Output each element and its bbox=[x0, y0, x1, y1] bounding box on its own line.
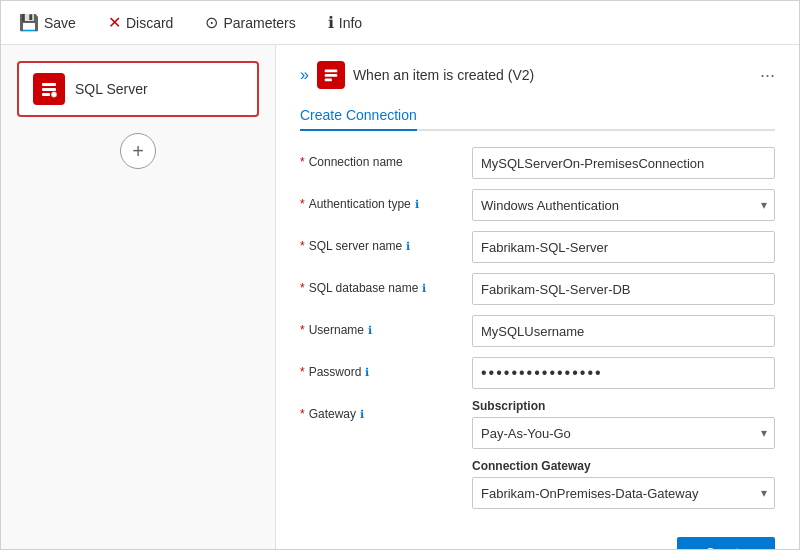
sql-server-card[interactable]: SQL Server bbox=[17, 61, 259, 117]
sql-db-name-label: * SQL database name ℹ bbox=[300, 273, 460, 295]
connection-gateway-select-wrapper: Fabrikam-OnPremises-Data-Gateway ▾ bbox=[472, 477, 775, 509]
sql-db-name-input[interactable] bbox=[472, 273, 775, 305]
auth-type-info-icon[interactable]: ℹ bbox=[415, 198, 419, 211]
save-button[interactable]: 💾 Save bbox=[13, 9, 82, 36]
required-star2: * bbox=[300, 197, 305, 211]
discard-icon: ✕ bbox=[108, 13, 121, 32]
auth-type-select[interactable]: Windows Authentication SQL Server Authen… bbox=[472, 189, 775, 221]
tab-bar: Create Connection bbox=[300, 101, 775, 131]
create-button[interactable]: Create bbox=[677, 537, 775, 549]
password-input[interactable] bbox=[472, 357, 775, 389]
parameters-button[interactable]: ⊙ Parameters bbox=[199, 9, 301, 36]
password-text: Password bbox=[309, 365, 362, 379]
required-star5: * bbox=[300, 323, 305, 337]
auth-type-label: * Authentication type ℹ bbox=[300, 189, 460, 211]
sql-server-name-row: * SQL server name ℹ bbox=[300, 231, 775, 263]
sql-server-name-input[interactable] bbox=[472, 231, 775, 263]
connection-gateway-select[interactable]: Fabrikam-OnPremises-Data-Gateway bbox=[472, 477, 775, 509]
password-row: * Password ℹ bbox=[300, 357, 775, 389]
subscription-section-label: Subscription bbox=[472, 399, 775, 413]
right-panel: » When an item is created (V2) ··· Creat… bbox=[276, 45, 799, 549]
forward-icon: » bbox=[300, 66, 309, 84]
required-star4: * bbox=[300, 281, 305, 295]
svg-rect-5 bbox=[325, 74, 338, 77]
password-info-icon[interactable]: ℹ bbox=[365, 366, 369, 379]
sql-db-name-text: SQL database name bbox=[309, 281, 419, 295]
create-connection-tab[interactable]: Create Connection bbox=[300, 101, 417, 131]
sql-db-name-row: * SQL database name ℹ bbox=[300, 273, 775, 305]
auth-type-row: * Authentication type ℹ Windows Authenti… bbox=[300, 189, 775, 221]
create-connection-form: * Connection name * Authentication type … bbox=[300, 147, 775, 549]
gateway-section: Subscription Pay-As-You-Go Enterprise ▾ … bbox=[472, 399, 775, 519]
gateway-info-icon[interactable]: ℹ bbox=[360, 408, 364, 421]
required-star7: * bbox=[300, 407, 305, 421]
username-row: * Username ℹ bbox=[300, 315, 775, 347]
svg-rect-4 bbox=[325, 70, 338, 73]
discard-button[interactable]: ✕ Discard bbox=[102, 9, 179, 36]
gateway-text: Gateway bbox=[309, 407, 356, 421]
main-content: SQL Server + » When an item is created (… bbox=[1, 45, 799, 549]
subscription-select-wrapper: Pay-As-You-Go Enterprise ▾ bbox=[472, 417, 775, 449]
required-star: * bbox=[300, 155, 305, 169]
sql-server-icon bbox=[33, 73, 65, 105]
info-icon: ℹ bbox=[328, 13, 334, 32]
save-label: Save bbox=[44, 15, 76, 31]
save-icon: 💾 bbox=[19, 13, 39, 32]
username-text: Username bbox=[309, 323, 364, 337]
left-panel: SQL Server + bbox=[1, 45, 276, 549]
add-icon: + bbox=[132, 140, 144, 163]
auth-type-text: Authentication type bbox=[309, 197, 411, 211]
username-input[interactable] bbox=[472, 315, 775, 347]
username-info-icon[interactable]: ℹ bbox=[368, 324, 372, 337]
connection-name-input[interactable] bbox=[472, 147, 775, 179]
add-button[interactable]: + bbox=[120, 133, 156, 169]
info-button[interactable]: ℹ Info bbox=[322, 9, 368, 36]
connection-name-row: * Connection name bbox=[300, 147, 775, 179]
trigger-sql-icon bbox=[317, 61, 345, 89]
subscription-section: Subscription Pay-As-You-Go Enterprise ▾ bbox=[472, 399, 775, 449]
auth-type-select-wrapper: Windows Authentication SQL Server Authen… bbox=[472, 189, 775, 221]
svg-rect-1 bbox=[42, 88, 56, 91]
sql-server-name-label: * SQL server name ℹ bbox=[300, 231, 460, 253]
parameters-label: Parameters bbox=[223, 15, 295, 31]
sql-server-name-text: SQL server name bbox=[309, 239, 403, 253]
username-label: * Username ℹ bbox=[300, 315, 460, 337]
svg-rect-6 bbox=[325, 79, 332, 82]
connection-gateway-section-label: Connection Gateway bbox=[472, 459, 775, 473]
parameters-icon: ⊙ bbox=[205, 13, 218, 32]
toolbar: 💾 Save ✕ Discard ⊙ Parameters ℹ Info bbox=[1, 1, 799, 45]
connection-name-label: * Connection name bbox=[300, 147, 460, 169]
gateway-label: * Gateway ℹ bbox=[300, 399, 460, 421]
discard-label: Discard bbox=[126, 15, 173, 31]
password-label: * Password ℹ bbox=[300, 357, 460, 379]
gateway-row: * Gateway ℹ Subscription Pay-As-You-Go E… bbox=[300, 399, 775, 519]
trigger-title: When an item is created (V2) bbox=[353, 67, 752, 83]
trigger-header: » When an item is created (V2) ··· bbox=[300, 61, 775, 89]
form-actions: Create bbox=[300, 529, 775, 549]
info-label: Info bbox=[339, 15, 362, 31]
svg-rect-2 bbox=[42, 93, 50, 96]
svg-point-3 bbox=[51, 92, 57, 98]
sql-server-info-icon[interactable]: ℹ bbox=[406, 240, 410, 253]
connection-gateway-section: Connection Gateway Fabrikam-OnPremises-D… bbox=[472, 459, 775, 509]
sql-db-info-icon[interactable]: ℹ bbox=[422, 282, 426, 295]
trigger-more-menu[interactable]: ··· bbox=[760, 65, 775, 86]
subscription-select[interactable]: Pay-As-You-Go Enterprise bbox=[472, 417, 775, 449]
connection-name-text: Connection name bbox=[309, 155, 403, 169]
sql-server-label: SQL Server bbox=[75, 81, 148, 97]
svg-rect-0 bbox=[42, 83, 56, 86]
required-star6: * bbox=[300, 365, 305, 379]
required-star3: * bbox=[300, 239, 305, 253]
